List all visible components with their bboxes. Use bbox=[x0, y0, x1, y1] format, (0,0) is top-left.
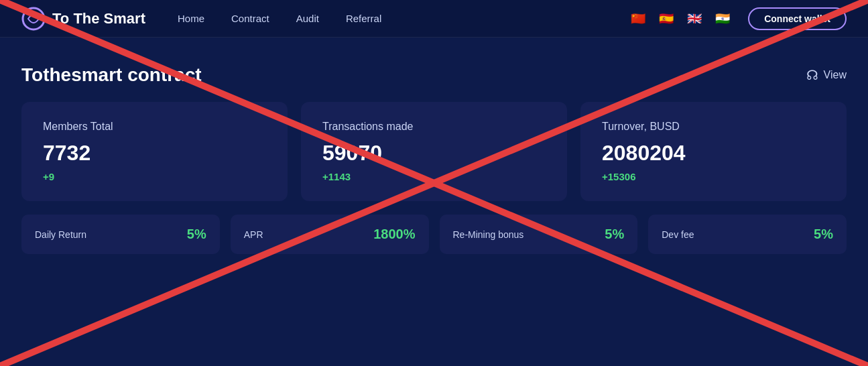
stat-label-transactions: Transactions made bbox=[322, 121, 546, 133]
info-card-remining: Re-Mining bonus 5% bbox=[440, 215, 638, 254]
nav-links: Home Contract Audit Referral bbox=[178, 13, 627, 24]
logo-icon bbox=[21, 7, 46, 31]
nav-home[interactable]: Home bbox=[178, 13, 204, 24]
stat-value-turnover: 2080204 bbox=[602, 141, 825, 166]
stat-card-transactions: Transactions made 59070 +1143 bbox=[301, 102, 567, 201]
stat-card-members: Members Total 7732 +9 bbox=[21, 102, 288, 201]
stat-label-members: Members Total bbox=[43, 121, 266, 133]
flag-gb-button[interactable]: 🇬🇧 bbox=[684, 8, 705, 29]
info-label-devfee: Dev fee bbox=[662, 229, 694, 240]
info-card-devfee: Dev fee 5% bbox=[648, 215, 847, 254]
navbar: To The Smart Home Contract Audit Referra… bbox=[0, 0, 868, 38]
info-value-remining: 5% bbox=[605, 227, 624, 242]
main-content: Tothesmart contract ☊ View Members Total… bbox=[0, 38, 868, 276]
nav-contract[interactable]: Contract bbox=[231, 13, 269, 24]
stat-value-transactions: 59070 bbox=[322, 141, 546, 166]
view-link[interactable]: ☊ View bbox=[806, 67, 847, 83]
flag-cn-button[interactable]: 🇨🇳 bbox=[627, 8, 649, 29]
info-value-daily-return: 5% bbox=[187, 227, 206, 242]
eye-icon: ☊ bbox=[806, 67, 818, 83]
stat-card-turnover: Turnover, BUSD 2080204 +15306 bbox=[580, 102, 847, 201]
stat-change-turnover: +15306 bbox=[602, 171, 825, 182]
section-header: Tothesmart contract ☊ View bbox=[21, 64, 847, 86]
stat-change-transactions: +1143 bbox=[322, 171, 546, 182]
flag-in-button[interactable]: 🇮🇳 bbox=[712, 8, 733, 29]
info-label-remining: Re-Mining bonus bbox=[453, 229, 524, 240]
info-card-apr: APR 1800% bbox=[231, 215, 429, 254]
nav-referral[interactable]: Referral bbox=[346, 13, 381, 24]
info-label-apr: APR bbox=[244, 229, 263, 240]
view-label: View bbox=[824, 69, 847, 81]
stat-label-turnover: Turnover, BUSD bbox=[602, 121, 825, 133]
nav-audit[interactable]: Audit bbox=[296, 13, 319, 24]
logo-text: To The Smart bbox=[52, 10, 145, 27]
info-label-daily-return: Daily Return bbox=[35, 229, 86, 240]
stat-value-members: 7732 bbox=[43, 141, 266, 166]
info-card-daily-return: Daily Return 5% bbox=[21, 215, 220, 254]
section-title: Tothesmart contract bbox=[21, 64, 202, 86]
flag-es-button[interactable]: 🇪🇸 bbox=[656, 8, 677, 29]
stat-change-members: +9 bbox=[43, 171, 266, 182]
info-cards: Daily Return 5% APR 1800% Re-Mining bonu… bbox=[21, 215, 847, 254]
info-value-devfee: 5% bbox=[814, 227, 833, 242]
info-value-apr: 1800% bbox=[373, 227, 415, 242]
connect-wallet-button[interactable]: Connect wallet bbox=[748, 7, 847, 30]
stat-cards: Members Total 7732 +9 Transactions made … bbox=[21, 102, 847, 201]
logo-area: To The Smart bbox=[21, 7, 145, 31]
svg-point-0 bbox=[23, 8, 44, 29]
nav-right: 🇨🇳 🇪🇸 🇬🇧 🇮🇳 Connect wallet bbox=[627, 7, 847, 30]
